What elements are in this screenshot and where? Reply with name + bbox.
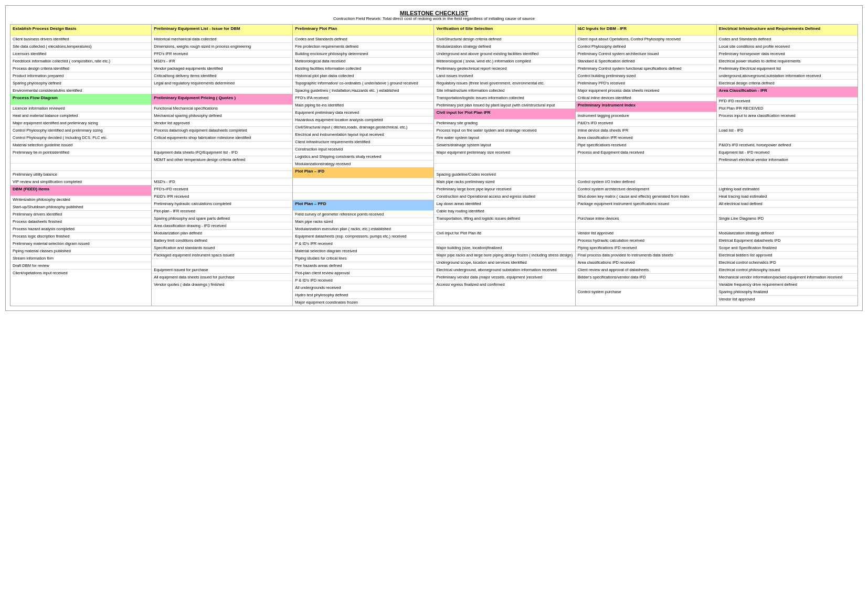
- list-item: Preliminary plot plan issued by plant la…: [434, 101, 575, 109]
- list-item: Winterization philosophy decided: [10, 196, 151, 203]
- list-item: Critical/long delivery items identified: [152, 72, 292, 79]
- list-item: [293, 185, 433, 192]
- list-item: Scope and Specification finalized: [717, 244, 858, 251]
- list-item: Start-up/Shutdown philosophy published: [10, 203, 151, 210]
- list-item: Electrical control schematics IFD: [717, 259, 858, 266]
- list-item: Control system architecture development: [576, 185, 716, 192]
- list-item: Sparing philosophy finalized: [717, 288, 858, 295]
- list-item: Preliminary PFD's received: [576, 79, 716, 87]
- list-item: [576, 207, 716, 214]
- list-item: Process and Equipment data received: [576, 148, 716, 156]
- list-item: [576, 170, 716, 178]
- list-item: Logistics and Shipping constraints study…: [293, 153, 433, 160]
- list-item: Construction input received: [293, 145, 433, 153]
- list-item: Major pipe racks and large bore piping d…: [434, 251, 575, 259]
- list-item: Field survey of geometer reference point…: [293, 210, 433, 218]
- list-item: Spacing guidelines ( Installation,Hazzar…: [293, 87, 433, 94]
- section-header-3-4: Plot Plan – PFD: [293, 200, 433, 210]
- list-item: Process input on fire water system and d…: [434, 126, 575, 134]
- list-item: [576, 156, 716, 163]
- list-item: Licencer information reviewed: [10, 104, 151, 112]
- list-item: Preliminary Control system architecture …: [576, 50, 716, 57]
- list-item: Lighting load estimated: [717, 185, 858, 192]
- list-item: [10, 163, 151, 170]
- list-item: Inline device data sheets IFR: [576, 126, 716, 134]
- section-header-2-2: Preliminary Equipment Pricing ( Quotes ): [152, 94, 292, 104]
- list-item: Single Line Diagrams IFD: [717, 214, 858, 222]
- section-header-1-1: Establish Process Design Basis: [10, 25, 151, 35]
- list-item: [293, 178, 433, 185]
- list-item: Purchase inline devices: [576, 214, 716, 222]
- list-item: Construction and Operational access and …: [434, 192, 575, 200]
- list-item: Area classification IFR received: [576, 134, 716, 141]
- list-item: PFD's IFA received: [293, 94, 433, 101]
- list-item: Battery limit conditions defined: [152, 236, 292, 244]
- list-item: Preliminary site grading: [434, 119, 575, 126]
- list-item: Client/opetations input received: [10, 269, 151, 276]
- section-header-3-1: Preliminary Plot Plan: [293, 25, 433, 35]
- list-item: Electrical bidders list approved: [717, 251, 858, 259]
- list-item: Preliminary geotechnical report recieced: [434, 64, 575, 72]
- list-item: [717, 163, 858, 170]
- list-item: Licensors identified: [10, 50, 151, 57]
- list-item: Preliminary utility balance: [10, 170, 151, 178]
- list-item: [576, 281, 716, 288]
- list-item: Historical plot plan daba collected: [293, 72, 433, 79]
- list-item: Access/ egress finalized and confirmed: [434, 281, 575, 288]
- list-item: [434, 236, 575, 244]
- list-item: Process input to area classification rec…: [717, 112, 858, 119]
- list-item: PFD's IFR received: [152, 50, 292, 57]
- list-item: Vendor list approved: [576, 229, 716, 236]
- list-item: Specification and standards issued: [152, 244, 292, 251]
- list-item: [717, 222, 858, 229]
- list-item: Control system purchase: [576, 288, 716, 295]
- page-header: MILESTONE CHECKLIST Contruction Field Re…: [10, 10, 858, 21]
- list-item: Dimensions, weighs rough sized in proces…: [152, 42, 292, 50]
- list-item: Bidder's specifications/vendor data IFD: [576, 273, 716, 281]
- list-item: [717, 134, 858, 141]
- list-item: Process datasheets finished: [10, 218, 151, 225]
- list-item: [717, 119, 858, 126]
- list-item: Process hydraulic calculation received: [576, 236, 716, 244]
- list-item: MSD's - IFR: [152, 57, 292, 64]
- list-item: Client infrastructure requirements ident…: [293, 138, 433, 145]
- list-item: [576, 163, 716, 170]
- list-item: Control system I/O Index defined: [576, 178, 716, 185]
- list-item: Client input about Opetations, Control P…: [576, 35, 716, 42]
- list-item: Pipe specifications received: [576, 141, 716, 148]
- list-item: Plot-plan - IFR received: [152, 207, 292, 214]
- list-item: VIP review and simplification completed: [10, 178, 151, 185]
- list-item: P&ID's IFD received: [576, 119, 716, 126]
- list-item: Fire hazards areas defined: [293, 262, 433, 269]
- column-1: Establish Process Design BasisClient bus…: [10, 25, 152, 306]
- list-item: Codes and Standards defined: [293, 35, 433, 42]
- list-item: MSD's - IFD: [152, 178, 292, 185]
- list-item: Vendor list approved: [152, 119, 292, 126]
- list-item: [152, 87, 292, 94]
- list-item: Equipment data sheets-IFQ/Equipment list…: [152, 148, 292, 156]
- list-item: Historical mechanical data collected: [152, 35, 292, 42]
- list-item: P&ID's IFR received: [152, 192, 292, 200]
- list-item: Package equipment instrument specificati…: [576, 200, 716, 207]
- list-item: P & ID's IFR received: [293, 240, 433, 247]
- column-4: Verification of Site SelectionCivil/Stru…: [434, 25, 575, 306]
- list-item: Civil/Structural input ( ditches,roads, …: [293, 123, 433, 131]
- list-item: Equipment issued for purchase: [152, 266, 292, 273]
- list-item: Preliminary tie-in pointsidentified: [10, 148, 151, 156]
- section-header-6-2: Area Classification - IFR: [717, 87, 858, 97]
- column-6: Electrical Infrastructure and Requiremen…: [717, 25, 858, 306]
- list-item: Modularization strategy defined: [434, 42, 575, 50]
- list-item: Piping material classes published: [10, 247, 151, 254]
- list-item: Civil input for Plot Plan ifd: [434, 229, 575, 236]
- list-item: Critical equipments shop fabrication mil…: [152, 134, 292, 141]
- list-item: Preliminary material selection digram is…: [10, 240, 151, 247]
- list-item: Main pipe racks sized: [293, 218, 433, 225]
- list-item: Vendor quotes ( data drawings ) finished: [152, 281, 292, 288]
- list-item: Process hazard analysis completed: [10, 225, 151, 232]
- list-item: Transportation, lifting and logistic iss…: [434, 214, 575, 222]
- list-item: Client review and approval of datasheets: [576, 266, 716, 273]
- list-item: [576, 222, 716, 229]
- list-item: Hydro test phylosophy defined: [293, 291, 433, 298]
- list-item: Sewers/drainage system layout: [434, 141, 575, 148]
- list-item: [717, 178, 858, 185]
